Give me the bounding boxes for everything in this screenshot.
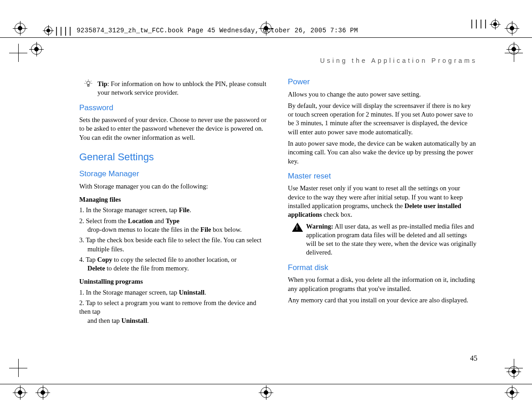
print-header: |||| 9235874_3129_zh_tw_FCC.book Page 45…	[44, 26, 516, 35]
delete-label: Delete	[87, 265, 105, 272]
text: .	[189, 206, 191, 214]
managing-files-heading: Managing files	[79, 195, 269, 204]
uninstall-step-2: 2. Tap to select a program you want to r…	[79, 299, 269, 325]
power-p3: In auto power save mode, the device can …	[288, 139, 477, 166]
file-label: File	[200, 226, 211, 233]
master-reset-text: Use Master reset only if you want to res…	[288, 184, 477, 219]
warning-callout: ! Warning: All user data, as well as pre…	[288, 222, 477, 257]
rule-bottom	[0, 384, 532, 384]
location-label: Location	[128, 217, 153, 224]
registration-mark-bl	[15, 387, 26, 398]
text: .	[205, 289, 206, 296]
text: to copy the selected file to another loc…	[112, 256, 236, 263]
text: 2. Select from the	[79, 217, 128, 224]
text: 1. In the Storage manager screen, tap	[79, 289, 179, 296]
bars-icon: ||||	[469, 20, 487, 28]
column-left: Tip: For information on how to unblock t…	[79, 77, 269, 327]
tip-callout: Tip: For information on how to unblock t…	[79, 80, 269, 97]
format-p1: When you format a disk, you delete all t…	[288, 275, 477, 293]
managing-step-1: 1. In the Storage manager screen, tap Fi…	[79, 206, 269, 214]
registration-mark-bl2	[37, 387, 48, 398]
registration-mark-header-right	[491, 20, 499, 28]
copy-label: Copy	[97, 256, 112, 263]
rule-top	[0, 37, 532, 38]
uninstalling-heading: Uninstalling programs	[79, 277, 269, 286]
type-label: Type	[166, 217, 179, 224]
tip-label: Tip	[97, 80, 107, 87]
managing-step-3: 3. Tap the check box beside each file to…	[79, 236, 269, 254]
warning-icon: !	[292, 222, 303, 234]
storage-manager-heading: Storage Manager	[79, 169, 269, 179]
tip-text: : For information on how to unblock the …	[97, 80, 266, 96]
column-right: Power Allows you to change the auto powe…	[288, 77, 477, 327]
page-number: 45	[470, 354, 477, 362]
general-settings-heading: General Settings	[79, 150, 269, 163]
registration-mark-top-center	[261, 23, 271, 34]
power-heading: Power	[288, 77, 477, 87]
uninstall-label: Uninstall	[122, 317, 147, 324]
registration-mark-bottom-center	[261, 387, 271, 398]
power-p1: Allows you to change the auto power save…	[288, 90, 477, 99]
registration-mark-tl2	[31, 44, 42, 55]
text: 3. Tap the check box beside each file to…	[79, 236, 269, 254]
text: and	[153, 217, 166, 224]
registration-mark-tl	[15, 23, 26, 34]
text: .	[147, 317, 149, 324]
password-heading: Password	[79, 103, 269, 113]
text: 4. Tap	[79, 256, 97, 263]
text: 1. In the Storage manager screen, tap	[79, 206, 179, 214]
crop-mark-bl	[9, 359, 27, 377]
format-p2: Any memory card that you install on your…	[288, 296, 477, 305]
registration-mark-br	[506, 387, 517, 398]
text: to delete the file from memory.	[105, 265, 189, 272]
registration-mark-header-left	[44, 26, 52, 35]
bars-icon: ||||	[54, 27, 72, 34]
registration-mark-br2	[508, 366, 519, 377]
warning-label: Warning:	[306, 223, 333, 230]
print-header-text: 9235874_3129_zh_tw_FCC.book Page 45 Wedn…	[77, 27, 358, 34]
bulb-icon	[83, 79, 94, 90]
header-ornament-right: ||||	[469, 20, 499, 28]
managing-step-4: 4. Tap Copy to copy the selected file to…	[79, 255, 269, 273]
storage-manager-text: With Storage manager you can do the foll…	[79, 182, 269, 191]
managing-step-2: 2. Select from the Location and Type dro…	[79, 217, 269, 235]
crop-mark-tl	[9, 44, 27, 62]
password-text: Sets the password of your device. Choose…	[79, 116, 269, 142]
registration-mark-tr2	[508, 44, 519, 55]
uninstall-step-1: 1. In the Storage manager screen, tap Un…	[79, 288, 269, 297]
running-header: Using the Application Programs	[79, 57, 477, 64]
text: drop-down menus to locate the files in t…	[87, 226, 200, 233]
text: check box.	[322, 211, 352, 218]
svg-text:!: !	[296, 224, 298, 231]
uninstall-label: Uninstall	[179, 289, 205, 296]
file-label: File	[179, 206, 189, 214]
text: and then tap	[87, 317, 122, 324]
master-reset-heading: Master reset	[288, 171, 477, 182]
format-disk-heading: Format disk	[288, 263, 477, 273]
svg-point-0	[87, 82, 90, 85]
power-p2: By default, your device will display the…	[288, 102, 477, 137]
page-content: Using the Application Programs Tip: For …	[79, 57, 477, 358]
header-ornament-left: ||||	[44, 26, 72, 35]
text: box below.	[211, 226, 241, 233]
